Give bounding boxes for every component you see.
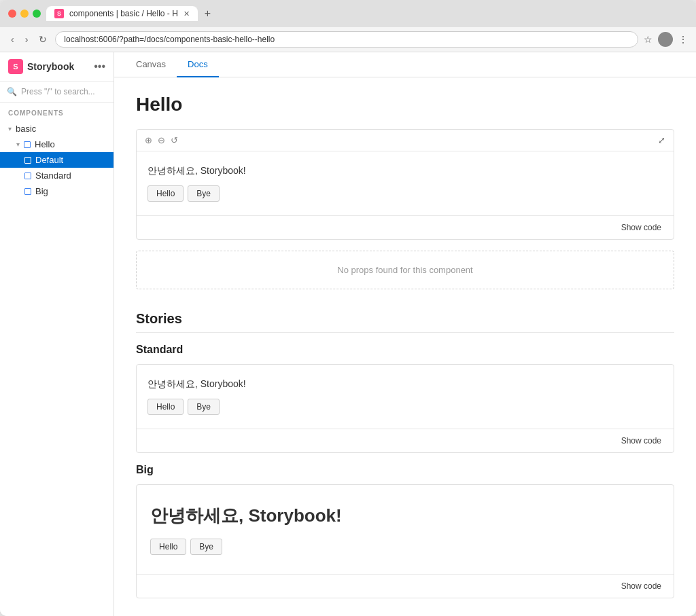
standard-bye-button[interactable]: Bye	[188, 399, 220, 415]
sidebar-item-default[interactable]: Default	[0, 152, 114, 168]
no-props-box: No props found for this component	[136, 251, 674, 289]
sidebar: S Storybook ••• 🔍 Press "/" to search...…	[0, 52, 114, 616]
arrow-icon: ▾	[8, 125, 12, 132]
page-title: Hello	[136, 94, 674, 115]
profile-avatar[interactable]	[658, 32, 673, 47]
tab-canvas[interactable]: Canvas	[125, 52, 177, 77]
sidebar-item-label-big: Big	[35, 186, 48, 196]
standard-story-box: 안녕하세요, Storybook! Hello Bye Show code	[136, 364, 674, 453]
standard-story-content: 안녕하세요, Storybook! Hello Bye	[137, 365, 674, 429]
sidebar-item-basic[interactable]: ▾ basic	[0, 121, 114, 137]
tab-bar: S components | basic / Hello - H ✕ +	[46, 6, 688, 21]
search-bar[interactable]: 🔍 Press "/" to search...	[0, 81, 114, 103]
search-placeholder-text: Press "/" to search...	[21, 87, 95, 96]
story-icon-standard	[24, 173, 31, 179]
standard-story-buttons: Hello Bye	[147, 399, 663, 415]
default-show-code-button[interactable]: Show code	[617, 221, 665, 234]
sidebar-item-hello[interactable]: ▾ Hello	[0, 137, 114, 152]
zoom-in-icon[interactable]: ⊕	[145, 135, 152, 145]
sidebar-item-label-basic: basic	[16, 124, 36, 134]
default-hello-button[interactable]: Hello	[147, 185, 184, 202]
storybook-logo-icon: S	[8, 59, 23, 74]
big-story-buttons: Hello Bye	[150, 539, 660, 555]
sidebar-menu-button[interactable]: •••	[94, 60, 105, 73]
no-props-text: No props found for this component	[337, 265, 472, 275]
browser-titlebar: S components | basic / Hello - H ✕ +	[0, 0, 696, 27]
story-toolbar-left: ⊕ ⊖ ↺	[145, 135, 178, 145]
browser-toolbar: ‹ › ↻ localhost:6006/?path=/docs/compone…	[0, 27, 696, 52]
big-show-code-row: Show code	[137, 574, 674, 598]
story-icon-big	[24, 188, 31, 195]
default-story-buttons: Hello Bye	[147, 185, 663, 202]
tab-favicon: S	[54, 9, 64, 18]
sidebar-logo: S Storybook	[8, 59, 74, 74]
reset-zoom-icon[interactable]: ↺	[171, 135, 178, 145]
tab-title: components | basic / Hello - H	[69, 9, 178, 18]
back-button[interactable]: ‹	[8, 33, 17, 46]
story-icon-default	[24, 157, 31, 164]
story-toolbar-default: ⊕ ⊖ ↺ ⤢	[137, 130, 674, 151]
sidebar-header: S Storybook •••	[0, 52, 114, 81]
app-container: S Storybook ••• 🔍 Press "/" to search...…	[0, 52, 696, 616]
big-story-title: Big	[136, 464, 674, 476]
stories-section-title: Stories	[136, 311, 674, 333]
standard-story-title: Standard	[136, 344, 674, 356]
bookmark-icon[interactable]: ☆	[644, 34, 652, 45]
standard-show-code-button[interactable]: Show code	[617, 435, 665, 447]
nav-group-components: ▾ basic ▾ Hello Default Standard	[0, 120, 114, 200]
big-bye-button[interactable]: Bye	[190, 539, 222, 555]
standard-hello-button[interactable]: Hello	[147, 399, 184, 415]
sidebar-item-standard[interactable]: Standard	[0, 168, 114, 183]
browser-window: S components | basic / Hello - H ✕ + ‹ ›…	[0, 0, 696, 616]
toolbar-icons: ☆ ⋮	[644, 32, 688, 47]
address-bar[interactable]: localhost:6006/?path=/docs/components-ba…	[55, 31, 638, 48]
big-story-box: 안녕하세요, Storybook! Hello Bye Show code	[136, 484, 674, 598]
traffic-lights	[8, 10, 41, 18]
main-content: Canvas Docs Hello ⊕ ⊖ ↺ ⤢	[114, 52, 696, 616]
minimize-button[interactable]	[20, 10, 29, 18]
zoom-out-icon[interactable]: ⊖	[158, 135, 165, 145]
menu-icon[interactable]: ⋮	[678, 34, 688, 45]
sidebar-item-label-standard: Standard	[35, 170, 71, 181]
sidebar-item-label-hello: Hello	[35, 139, 55, 149]
search-icon: 🔍	[7, 87, 17, 96]
arrow-icon-hello: ▾	[16, 141, 20, 148]
top-tabs: Canvas Docs	[114, 52, 696, 77]
storybook-logo-text: Storybook	[27, 61, 74, 72]
browser-tab-active[interactable]: S components | basic / Hello - H ✕	[46, 6, 198, 21]
tab-close-icon[interactable]: ✕	[184, 10, 190, 18]
component-icon-hello	[24, 141, 31, 148]
big-story-content: 안녕하세요, Storybook! Hello Bye	[137, 485, 674, 574]
default-story-box: ⊕ ⊖ ↺ ⤢ 안녕하세요, Storybook! Hello Bye	[136, 129, 674, 240]
standard-show-code-row: Show code	[137, 429, 674, 452]
sidebar-item-label-default: Default	[35, 155, 63, 165]
tab-docs[interactable]: Docs	[177, 52, 219, 77]
default-greeting-text: 안녕하세요, Storybook!	[147, 165, 663, 177]
big-hello-button[interactable]: Hello	[150, 539, 186, 555]
content-area: Hello ⊕ ⊖ ↺ ⤢ 안녕하세요, Storybook!	[114, 77, 696, 616]
default-bye-button[interactable]: Bye	[188, 185, 220, 202]
url-text: localhost:6006/?path=/docs/components-ba…	[64, 35, 275, 44]
big-greeting-text: 안녕하세요, Storybook!	[150, 504, 660, 528]
default-show-code-row: Show code	[137, 215, 674, 239]
big-show-code-button[interactable]: Show code	[617, 580, 665, 592]
forward-button[interactable]: ›	[22, 33, 31, 46]
default-story-content: 안녕하세요, Storybook! Hello Bye	[137, 151, 674, 215]
new-tab-button[interactable]: +	[201, 6, 215, 21]
maximize-button[interactable]	[33, 10, 41, 18]
standard-greeting-text: 안녕하세요, Storybook!	[147, 378, 663, 391]
reload-button[interactable]: ↻	[36, 33, 50, 46]
open-new-icon[interactable]: ⤢	[658, 135, 665, 145]
sidebar-section-label: COMPONENTS	[0, 103, 114, 120]
sidebar-item-big[interactable]: Big	[0, 183, 114, 199]
close-button[interactable]	[8, 10, 16, 18]
